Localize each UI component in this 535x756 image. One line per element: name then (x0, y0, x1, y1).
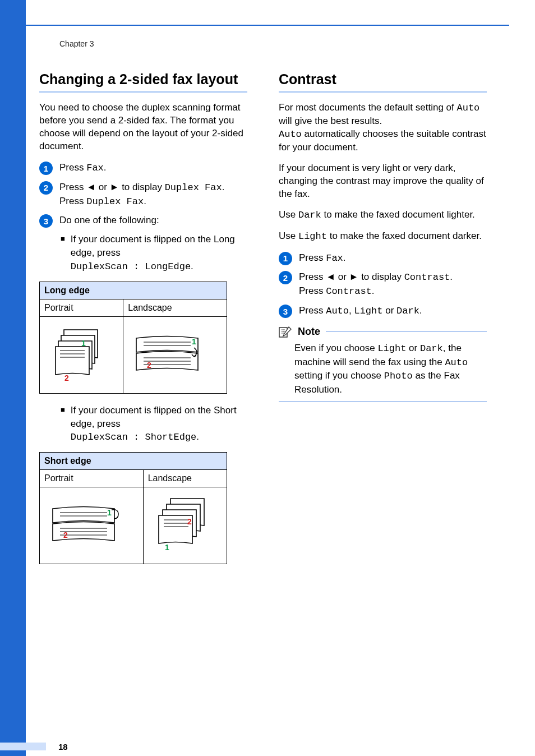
mono-text: Fax (86, 163, 104, 173)
text: . (343, 252, 346, 263)
arrow-left-icon: ◄ (326, 271, 335, 282)
text: Press (59, 162, 86, 173)
note-body: Even if you choose Light or Dark, the ma… (294, 342, 487, 397)
note-block: Note Even if you choose Light or Dark, t… (279, 326, 487, 402)
figure-label-2: 2 (64, 374, 69, 382)
text: Use (279, 209, 298, 220)
contrast-para-1: For most documents the default setting o… (279, 102, 487, 154)
short-edge-landscape-figure: 2 1 (143, 487, 227, 564)
mono-text: Duplex Fax (86, 196, 144, 207)
figure-label-1: 1 (81, 339, 86, 348)
table-row: Portrait Landscape (40, 299, 227, 316)
step-number-icon: 1 (279, 252, 292, 265)
mono-text: Contrast (404, 272, 450, 283)
text: . (191, 261, 193, 271)
text: Press (299, 271, 326, 282)
contrast-step-3: 3 Press Auto, Light or Dark. (279, 304, 487, 318)
step-2: 2 Press ◄ or ► to display Duplex Fax. Pr… (39, 181, 247, 209)
long-edge-table: Long edge Portrait Landscape (39, 282, 227, 394)
mono-text: Photo (384, 371, 413, 381)
text: Press (299, 305, 326, 316)
text: If your document is flipped on the Long … (71, 234, 235, 258)
mono-text: Auto (279, 129, 302, 140)
mono-text: DuplexScan : LongEdge (71, 261, 191, 272)
table-image-row: 1 2 (40, 316, 227, 393)
left-column: Changing a 2-sided fax layout You need t… (39, 71, 247, 574)
table-header: Short edge (40, 453, 227, 470)
text: or (96, 182, 110, 192)
figure-label-1: 1 (165, 543, 169, 552)
chapter-label: Chapter 3 (39, 39, 487, 48)
mono-text: Dark (396, 306, 419, 316)
text: Press (59, 182, 86, 192)
contrast-para-2: If your document is very light or very d… (279, 162, 487, 201)
heading-contrast: Contrast (279, 71, 487, 88)
long-edge-landscape-figure: 1 2 (123, 316, 227, 393)
text: . (450, 271, 453, 282)
text: . (419, 305, 422, 316)
page-footer: 18 (0, 739, 535, 756)
text: Even if you choose (294, 343, 377, 353)
step-number-icon: 1 (39, 162, 53, 175)
text: to make the faxed document darker. (327, 231, 482, 241)
top-rule (26, 25, 509, 26)
note-end-rule (279, 401, 487, 402)
arrow-right-icon: ► (349, 271, 359, 282)
long-edge-portrait-figure: 1 2 (40, 316, 123, 393)
step-2-text: Press ◄ or ► to display Duplex Fax. Pres… (59, 181, 247, 209)
text: . (222, 182, 225, 192)
bullet-long-edge: ■ If your document is flipped on the Lon… (61, 233, 247, 273)
col-portrait-label: Portrait (40, 470, 144, 487)
figure-label-2: 2 (63, 531, 68, 540)
bullet-text: If your document is flipped on the Long … (71, 233, 247, 273)
text: or (382, 305, 396, 316)
arrow-right-icon: ► (110, 182, 119, 192)
text: For most documents the default setting o… (279, 102, 457, 113)
note-header: Note (279, 326, 487, 338)
col-portrait-label: Portrait (40, 299, 123, 316)
footer-accent-bar (0, 743, 46, 750)
note-label: Note (298, 326, 320, 338)
table-header-row: Short edge (40, 453, 227, 470)
book-landscape-long-icon: 1 2 (128, 324, 206, 386)
intro-paragraph: You need to choose the duplex scanning f… (39, 102, 247, 153)
mono-text: Dark (298, 210, 321, 220)
figure-label-1: 1 (192, 337, 196, 346)
note-rule (326, 331, 487, 332)
text: Press (59, 196, 86, 206)
text: to display (119, 182, 164, 192)
mono-text: Auto (457, 103, 480, 113)
short-edge-portrait-figure: 1 2 (40, 487, 144, 564)
text: . (104, 162, 107, 173)
right-column: Contrast For most documents the default … (279, 71, 487, 574)
short-edge-table: Short edge Portrait Landscape (39, 452, 227, 564)
table-header-row: Long edge (40, 282, 227, 299)
mono-text: Contrast (326, 286, 372, 297)
contrast-step-1: 1 Press Fax. (279, 251, 487, 265)
text: Use (279, 231, 298, 241)
text: . (196, 431, 199, 442)
mono-text: Light (354, 306, 382, 316)
text: Press (299, 285, 326, 296)
heading-2sided-fax: Changing a 2-sided fax layout (39, 71, 247, 88)
content-area: Chapter 3 Changing a 2-sided fax layout … (39, 39, 509, 574)
book-portrait-long-icon: 1 2 (44, 321, 106, 389)
step-text: Press Fax. (299, 251, 487, 265)
left-margin-strip (0, 0, 26, 756)
heading-underline (39, 91, 247, 93)
mono-text: Light (298, 231, 327, 242)
book-portrait-short-icon: 1 2 (44, 497, 123, 554)
step-3-text: Do one of the following: (59, 214, 247, 227)
text: to display (358, 271, 404, 282)
text: to make the faxed document lighter. (321, 209, 475, 220)
step-number-icon: 2 (39, 181, 53, 195)
step-text: Press Auto, Light or Dark. (299, 304, 487, 318)
table-header: Long edge (40, 282, 227, 299)
two-columns: Changing a 2-sided fax layout You need t… (39, 71, 487, 574)
step-3: 3 Do one of the following: (39, 214, 247, 227)
page: Chapter 3 Changing a 2-sided fax layout … (0, 0, 535, 756)
note-pencil-icon (279, 326, 292, 338)
heading-underline (279, 91, 487, 93)
contrast-para-4: Use Light to make the faxed document dar… (279, 230, 487, 243)
col-landscape-label: Landscape (143, 470, 227, 487)
